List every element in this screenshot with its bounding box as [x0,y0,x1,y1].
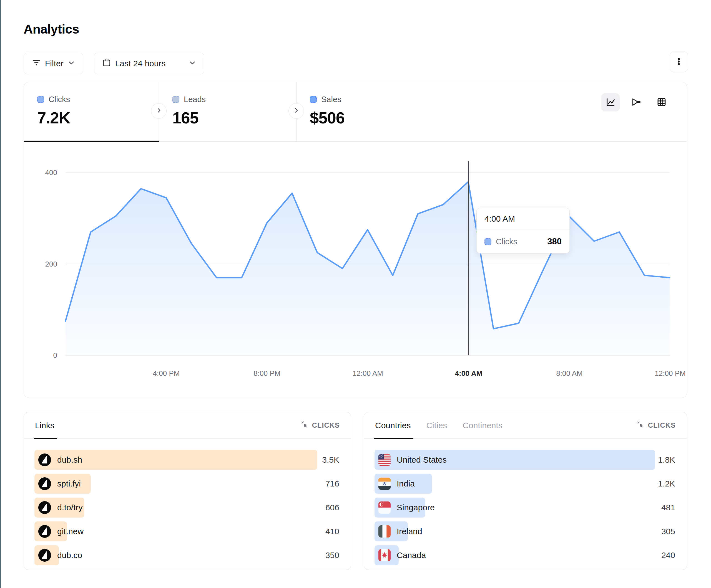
metric-label-text: CLICKS [648,421,676,429]
tooltip-swatch-icon [484,238,491,245]
list-item[interactable]: Singapore 481 [374,498,676,518]
list-item-value: 1.8K [658,455,675,465]
stat-tab-clicks[interactable]: Clicks 7.2K [24,82,159,141]
tab-links[interactable]: Links [35,412,55,438]
table-view-button[interactable] [652,93,671,112]
stat-tab-leads[interactable]: Leads 165 [159,82,296,141]
cursor-click-icon [637,421,645,430]
dub-logo-icon [38,549,51,562]
list-item-value: 716 [325,479,339,489]
links-tabs: Links [35,412,55,438]
filter-button[interactable]: Filter [24,53,83,74]
list-item-label: Canada [397,550,661,560]
list-item[interactable]: Ireland 305 [374,521,676,541]
y-axis-label: 200 [24,260,57,269]
tooltip-value: 380 [547,236,562,247]
dub-logo-icon [38,501,51,514]
tooltip-time: 4:00 AM [477,208,569,230]
x-axis-label: 12:00 AM [352,369,383,378]
list-item-value: 606 [325,503,339,512]
leads-swatch-icon [172,96,179,103]
list-item-value: 240 [661,550,675,560]
analytics-card: Clicks 7.2K Leads 165 Sales $506 [24,82,687,398]
table-grid-icon [656,97,667,108]
calendar-icon [103,59,111,69]
metric-label-text: CLICKS [312,421,340,429]
date-range-button[interactable]: Last 24 hours [94,53,204,74]
list-item-value: 305 [661,527,675,536]
stat-label: Sales [321,95,342,104]
list-item[interactable]: United States 1.8K [374,450,676,470]
links-list: dub.sh 3.5K spti.fyi 716 d.to/try 606 gi… [24,439,351,565]
tab-cities[interactable]: Cities [426,412,447,438]
page-title: Analytics [24,22,79,37]
list-item[interactable]: dub.sh 3.5K [35,450,340,470]
x-axis-label: 8:00 AM [556,369,582,378]
list-item-label: git.new [57,527,325,536]
expand-leads-button[interactable] [288,103,304,119]
list-item[interactable]: spti.fyi 716 [35,474,340,494]
y-axis-label: 0 [24,351,57,360]
x-axis-label: 12:00 PM [655,369,686,378]
list-item-value: 410 [325,527,339,536]
tab-countries[interactable]: Countries [375,412,411,438]
chevron-right-icon [156,107,162,115]
stat-value: 165 [172,109,296,127]
expand-clicks-button[interactable] [151,103,167,119]
list-item-value: 1.2K [658,479,675,489]
list-item-label: dub.co [57,550,325,560]
list-item[interactable]: India 1.2K [374,474,676,494]
sales-swatch-icon [310,96,317,103]
list-item-label: d.to/try [57,503,325,512]
active-stat-underline [24,141,159,142]
flag-in-icon [379,478,391,490]
list-item[interactable]: dub.co 350 [35,545,340,565]
x-axis-label: 4:00 PM [153,369,180,378]
dub-logo-icon [38,525,51,538]
list-item-label: United States [397,455,658,465]
list-item[interactable]: git.new 410 [35,521,340,541]
list-item-label: spti.fyi [57,479,325,489]
list-item[interactable]: d.to/try 606 [35,498,340,518]
chevron-right-icon [293,107,299,115]
clicks-swatch-icon [37,96,44,103]
stat-label: Clicks [48,95,70,104]
filter-button-label: Filter [45,59,64,68]
chart-view-toggles [601,93,671,112]
stat-tab-sales[interactable]: Sales $506 [296,82,687,141]
window-edge [0,0,1,588]
chevron-down-icon [189,59,196,68]
area-chart-canvas [24,142,687,397]
toolbar: Filter Last 24 hours [24,53,204,74]
list-item-label: Ireland [397,527,661,536]
flag-ie-icon [379,525,391,538]
more-options-button[interactable] [670,51,688,72]
stat-label: Leads [184,95,206,104]
chevron-down-icon [68,59,75,68]
list-item-value: 3.5K [322,455,339,465]
funnel-view-button[interactable] [627,93,645,112]
clicks-chart[interactable]: 0200400 4:00 PM8:00 PM12:00 AM4:00 AM8:0… [24,142,687,397]
dub-logo-icon [38,453,51,466]
flag-sg-icon [379,501,391,514]
links-panel: Links CLICKS dub.sh 3.5K spti.fyi 716 d.… [24,412,351,570]
list-item[interactable]: Canada 240 [374,545,676,565]
geo-metric-sort[interactable]: CLICKS [637,421,676,430]
line-chart-icon [605,97,616,108]
funnel-icon [32,59,41,69]
funnel-view-icon [631,97,641,108]
list-item-value: 481 [661,503,675,512]
tooltip-metric: Clicks [496,237,517,246]
chart-tooltip: 4:00 AM Clicks 380 [476,208,570,253]
x-axis-label: 8:00 PM [254,369,281,378]
stat-value: 7.2K [37,109,159,127]
line-chart-view-button[interactable] [601,93,620,112]
dub-logo-icon [38,477,51,490]
list-item-label: India [397,479,658,489]
list-item-label: dub.sh [57,455,322,465]
y-axis-label: 400 [24,168,57,177]
tab-continents[interactable]: Continents [462,412,502,438]
flag-us-icon [379,454,391,466]
kebab-menu-icon [673,56,684,68]
links-metric-sort[interactable]: CLICKS [301,421,340,430]
